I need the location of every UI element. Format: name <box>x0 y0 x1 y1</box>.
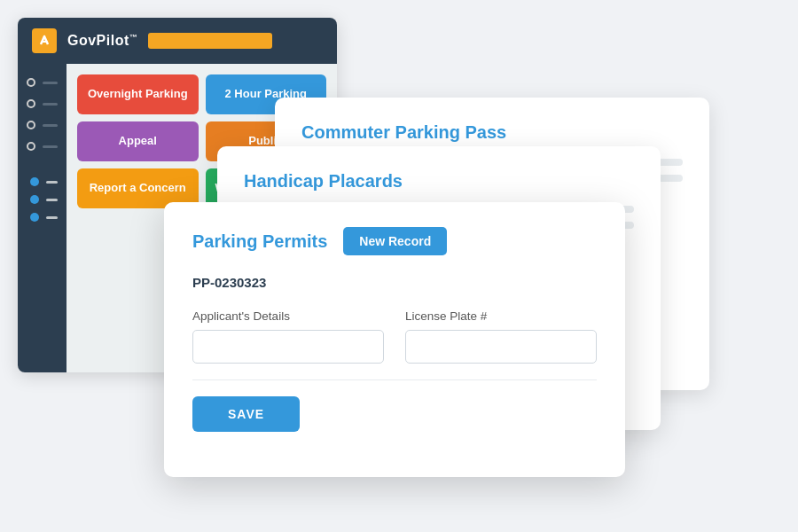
dot-row-1 <box>30 177 58 186</box>
permits-header-row: Parking Permits New Record <box>192 227 597 255</box>
sidebar-dot-3 <box>27 121 35 129</box>
form-row: Applicant's Details License Plate # <box>192 309 597 364</box>
new-record-button[interactable]: New Record <box>343 227 447 255</box>
license-plate-group: License Plate # <box>405 309 597 364</box>
header-bar <box>148 33 272 49</box>
card-commuter-title: Commuter Parking Pass <box>301 122 683 143</box>
applicant-details-group: Applicant's Details <box>192 309 384 364</box>
sidebar-dot-2 <box>27 99 35 108</box>
sidebar-line-3 <box>43 124 58 127</box>
btn-appeal[interactable]: Appeal <box>77 121 199 161</box>
sidebar-item-4[interactable] <box>27 142 58 151</box>
nav-dot-1 <box>30 177 39 186</box>
dot-row-line-1 <box>46 181 58 184</box>
btn-overnight-parking[interactable]: Overnight Parking <box>77 74 199 114</box>
license-plate-label: License Plate # <box>405 309 597 323</box>
dot-row-line-2 <box>46 199 58 201</box>
card-permits: Parking Permits New Record PP-0230323 Ap… <box>164 202 625 477</box>
sidebar-dot-4 <box>27 142 35 151</box>
license-plate-input[interactable] <box>405 330 597 364</box>
dot-row-3 <box>30 213 58 222</box>
sidebar-item-1[interactable] <box>27 78 58 87</box>
sidebar-line-1 <box>43 82 58 84</box>
sidebar-dot-1 <box>27 78 35 87</box>
dot-row-2 <box>30 195 58 204</box>
applicant-details-input[interactable] <box>192 330 384 364</box>
sidebar-dots-section <box>27 177 58 222</box>
nav-dot-2 <box>30 195 39 204</box>
logo-text: GovPilot™ <box>67 33 137 49</box>
card-handicap-title: Handicap Placards <box>244 171 634 192</box>
logo-icon <box>32 28 57 53</box>
sidebar-item-2[interactable] <box>27 99 58 108</box>
sidebar <box>18 64 66 372</box>
app-header: GovPilot™ <box>18 18 337 64</box>
record-id: PP-0230323 <box>192 275 597 290</box>
save-button[interactable]: SAVE <box>192 396 300 432</box>
sidebar-item-3[interactable] <box>27 121 58 129</box>
form-divider <box>192 379 597 380</box>
permits-title: Parking Permits <box>192 231 327 252</box>
sidebar-line-2 <box>43 103 58 106</box>
sidebar-line-4 <box>43 145 58 148</box>
nav-dot-3 <box>30 213 39 222</box>
applicant-details-label: Applicant's Details <box>192 309 384 323</box>
dot-row-line-3 <box>46 216 58 219</box>
